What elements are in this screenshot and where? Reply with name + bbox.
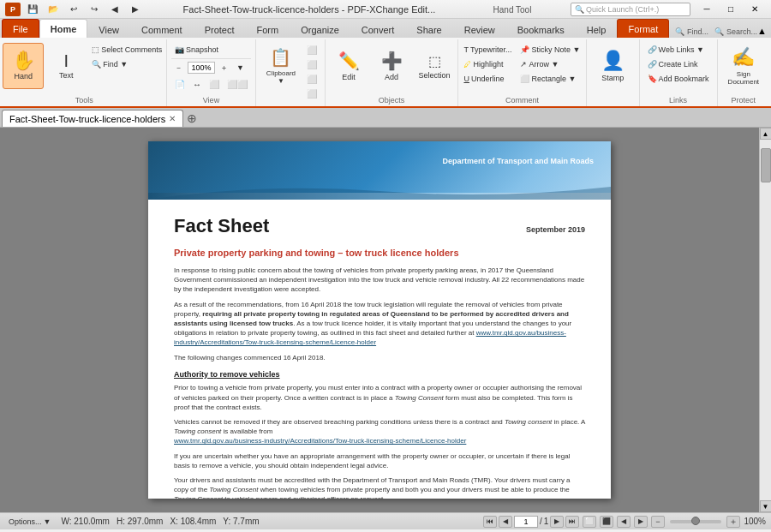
forward-button[interactable]: ▶ xyxy=(127,2,144,17)
comment-content: T Typewriter... 🖊 Highlight U Underline … xyxy=(458,41,585,94)
scroll-down-arrow[interactable]: ▼ xyxy=(760,500,772,512)
maximize-button[interactable]: □ xyxy=(720,2,742,17)
two-page-btn[interactable]: ⬜⬜ xyxy=(224,77,251,91)
pdf-para-4: Prior to towing a vehicle from private p… xyxy=(174,383,585,412)
vertical-scrollbar[interactable]: ▲ ▼ xyxy=(759,128,771,512)
selection-button[interactable]: ⬚ Selection xyxy=(414,43,455,89)
last-page-btn[interactable]: ⏭ xyxy=(565,516,579,528)
highlight-button[interactable]: 🖊 Highlight xyxy=(460,57,515,71)
view-col: 📷 Snapshot － ＋ ▼ 📄 ↔ ⬜ xyxy=(171,43,251,91)
typewriter-icon: T xyxy=(463,45,469,54)
sign-document-button[interactable]: ✍️ SignDocument xyxy=(723,43,764,89)
fit-width-btn[interactable]: ↔ xyxy=(189,77,205,91)
hand-icon: ✋ xyxy=(12,51,35,70)
format-btn[interactable]: ⬜ xyxy=(303,87,320,100)
close-button[interactable]: ✕ xyxy=(744,2,766,17)
doc-tab-close[interactable]: ✕ xyxy=(169,114,176,123)
single-page-btn[interactable]: ⬜ xyxy=(206,77,223,91)
paste-btn[interactable]: ⬜ xyxy=(303,57,320,71)
pdf-para-2: As a result of the recommendations, from… xyxy=(174,300,585,348)
scroll-track[interactable] xyxy=(760,140,772,500)
zoom-out-status-btn[interactable]: － xyxy=(651,516,665,528)
ribbon-content: ✋ Hand I Text ⬚ Select Comments 🔍 Find ▼ xyxy=(0,38,771,106)
tab-share[interactable]: Share xyxy=(405,21,452,38)
undo-button[interactable]: ↩ xyxy=(65,2,82,17)
cut-btn[interactable]: ⬜ xyxy=(303,72,320,86)
quick-launch-input[interactable]: 🔍 Quick Launch (Ctrl+.) xyxy=(571,3,690,16)
tab-review[interactable]: Review xyxy=(453,21,506,38)
scroll-up-arrow[interactable]: ▲ xyxy=(760,128,772,140)
edit-object-button[interactable]: ✏️ Edit xyxy=(328,43,369,89)
zoom-slider[interactable] xyxy=(670,520,721,523)
ribbon-collapse[interactable]: ▲ xyxy=(757,26,769,38)
pdf-viewer[interactable]: Department of Transport and Main Roads F… xyxy=(0,128,759,512)
save-button[interactable]: 💾 xyxy=(24,2,41,17)
arrow-button[interactable]: ↗ Arrow ▼ xyxy=(517,57,583,71)
document-tab[interactable]: Fact-Sheet-Tow-truck-licence-holders ✕ xyxy=(2,110,183,127)
fit-mode-btn[interactable]: ⬛ xyxy=(600,516,613,528)
zoom-in-btn[interactable]: ＋ xyxy=(217,61,231,75)
copy-btn[interactable]: ⬜ xyxy=(303,43,320,57)
first-page-btn[interactable]: ⏮ xyxy=(483,516,497,528)
highlight-icon: 🖊 xyxy=(463,60,471,69)
objects-content: ✏️ Edit ➕ Add ⬚ Selection xyxy=(326,41,457,94)
tab-form[interactable]: Form xyxy=(246,21,290,38)
clipboard-button[interactable]: 📋 Clipboard ▼ xyxy=(260,43,302,89)
find-button[interactable]: 🔍 Find ▼ xyxy=(88,57,165,71)
tab-home[interactable]: Home xyxy=(39,19,88,38)
stamp-button[interactable]: 👤 Stamp xyxy=(592,43,633,89)
zoom-input[interactable] xyxy=(188,62,215,74)
next-page-btn[interactable]: ▶ xyxy=(550,516,564,528)
typewriter-button[interactable]: T Typewriter... xyxy=(460,43,515,57)
fit-page-btn[interactable]: 📄 xyxy=(171,77,188,91)
links-content: 🔗 Web Links ▼ 🔗 Create Link 🔖 Add Bookma… xyxy=(642,41,714,94)
text-cursor-icon: I xyxy=(63,52,69,69)
page-number-input[interactable] xyxy=(514,516,538,528)
status-y: Y: 7.7mm xyxy=(223,517,259,526)
tab-bookmarks[interactable]: Bookmarks xyxy=(506,21,576,38)
next-nav-btn[interactable]: ▶ xyxy=(634,516,648,528)
ribbon-group-view: 📷 Snapshot － ＋ ▼ 📄 ↔ ⬜ xyxy=(167,39,255,106)
web-links-button[interactable]: 🔗 Web Links ▼ xyxy=(644,43,713,57)
tab-format[interactable]: Format xyxy=(617,19,669,38)
tab-help[interactable]: Help xyxy=(576,21,618,38)
options-button[interactable]: Options... ▼ xyxy=(5,515,54,529)
arrow-icon: ↗ xyxy=(520,60,527,69)
zoom-slider-thumb[interactable] xyxy=(691,517,700,525)
sticky-note-button[interactable]: 📌 Sticky Note ▼ xyxy=(517,43,583,57)
scroll-thumb[interactable] xyxy=(761,148,771,182)
selection-label: Selection xyxy=(418,71,450,80)
underline-icon: U xyxy=(463,75,469,83)
create-link-button[interactable]: 🔗 Create Link xyxy=(644,57,713,71)
back-button[interactable]: ◀ xyxy=(106,2,123,17)
redo-button[interactable]: ↪ xyxy=(86,2,103,17)
zoom-level: 100% xyxy=(744,517,766,526)
open-button[interactable]: 📂 xyxy=(45,2,62,17)
zoom-dropdown[interactable]: ▼ xyxy=(233,61,248,75)
zoom-in-status-btn[interactable]: ＋ xyxy=(726,516,740,528)
prev-page-btn[interactable]: ◀ xyxy=(499,516,512,528)
add-bookmark-button[interactable]: 🔖 Add Bookmark xyxy=(644,72,713,86)
new-tab-button[interactable]: ⊕ xyxy=(184,111,200,126)
text-tool-button[interactable]: I Text xyxy=(45,43,87,89)
tab-view[interactable]: View xyxy=(87,21,130,38)
add-object-button[interactable]: ➕ Add xyxy=(371,43,412,89)
prev-nav-btn[interactable]: ◀ xyxy=(617,516,631,528)
stamp-label: Stamp xyxy=(601,74,624,82)
scroll-mode-btn[interactable]: ⬜ xyxy=(583,516,596,528)
rectangle-button[interactable]: ⬜ Rectangle ▼ xyxy=(517,72,583,86)
minimize-button[interactable]: ─ xyxy=(696,2,718,17)
tab-comment[interactable]: Comment xyxy=(130,21,194,38)
select-comments-button[interactable]: ⬚ Select Comments xyxy=(88,43,165,57)
hand-tool-button[interactable]: ✋ Hand xyxy=(3,43,44,89)
zoom-out-btn[interactable]: － xyxy=(171,61,186,75)
snapshot-button[interactable]: 📷 Snapshot xyxy=(171,43,251,57)
find-label[interactable]: 🔍 Find... 🔍 Search... xyxy=(675,27,757,38)
tab-protect[interactable]: Protect xyxy=(194,21,246,38)
ribbon-group-tools: ✋ Hand I Text ⬚ Select Comments 🔍 Find ▼ xyxy=(2,39,167,106)
sticky-note-label: Sticky Note ▼ xyxy=(531,45,580,54)
tab-organize[interactable]: Organize xyxy=(290,21,350,38)
underline-button[interactable]: U Underline xyxy=(460,72,515,86)
tab-file[interactable]: File xyxy=(2,19,39,38)
tab-convert[interactable]: Convert xyxy=(350,21,406,38)
